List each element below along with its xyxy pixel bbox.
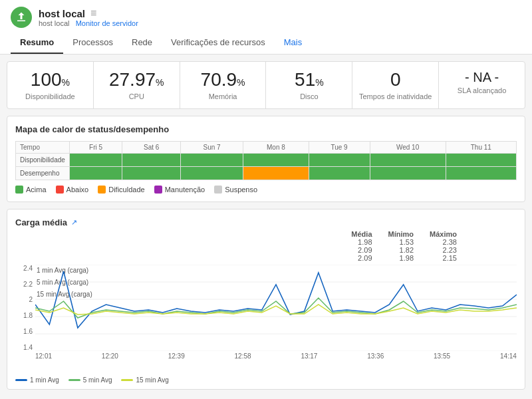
heatmap-row-label-1: Desempenho	[16, 166, 70, 180]
legend-5min: 5 min Avg	[68, 376, 112, 384]
legend-line-15min	[121, 379, 133, 381]
legend-dot-acima	[15, 186, 23, 194]
tab-resumo[interactable]: Resumo	[11, 32, 63, 54]
stat-1min-media: 1.98	[351, 238, 372, 246]
heatmap-cell	[69, 153, 122, 166]
legend-1min: 1 min Avg	[15, 376, 59, 384]
chart-canvas	[35, 265, 517, 351]
header: host local ≡ host local Monitor de servi…	[0, 0, 532, 55]
avatar	[11, 7, 32, 28]
legend-dificuldade: Dificuldade	[98, 186, 144, 194]
tabs: Resumo Processos Rede Verificações de re…	[11, 32, 521, 54]
heatmap-cell	[180, 166, 243, 180]
heatmap-cell	[446, 153, 516, 166]
heatmap-col-header-1: Fri 5	[69, 141, 122, 153]
heatmap-col-header-5: Tue 9	[309, 141, 370, 153]
heatmap-title: Mapa de calor de status/desempenho	[15, 124, 517, 134]
heatmap-cell	[309, 166, 370, 180]
stat-5min-media: 2.09	[351, 246, 372, 254]
heatmap-row-label-0: Disponibilidade	[16, 153, 70, 166]
menu-icon[interactable]: ≡	[90, 7, 96, 19]
col-header-maximo: Máximo	[430, 230, 457, 238]
legend-dot-dificuldade	[98, 186, 106, 194]
stat-memoria: 70.9% Memória	[180, 62, 267, 108]
stat-cpu: 27.97% CPU	[94, 62, 180, 108]
stat-15min-max: 2.15	[430, 254, 457, 262]
chart-section: Carga média ↗ Média 1.98 2.09 2.09 Mínim…	[7, 209, 525, 390]
heatmap-cell	[446, 166, 516, 180]
legend-manutencao: Manutenção	[154, 186, 205, 194]
stat-15min-min: 1.98	[388, 254, 414, 262]
heatmap-cell	[122, 166, 181, 180]
legend-abaixo: Abaixo	[56, 186, 89, 194]
heatmap-col-header-3: Sun 7	[180, 141, 243, 153]
heatmap-col-header-6: Wed 10	[370, 141, 446, 153]
heatmap-col-header-2: Sat 6	[122, 141, 181, 153]
chart-legend: 1 min Avg 5 min Avg 15 min Avg	[15, 376, 517, 384]
stat-sla: - NA - SLA alcançado	[439, 62, 525, 108]
heatmap-cell	[69, 166, 122, 180]
chart-svg	[35, 265, 517, 351]
stat-1min-min: 1.53	[388, 238, 414, 246]
legend-15min: 15 min Avg	[121, 376, 168, 384]
heatmap-cell	[370, 166, 446, 180]
tab-rede[interactable]: Rede	[122, 32, 162, 54]
chart-link-icon[interactable]: ↗	[71, 218, 77, 227]
x-axis: 12:01 12:20 12:39 12:58 13:17 13:36 13:5…	[35, 352, 517, 360]
legend-dot-manutencao	[154, 186, 162, 194]
heatmap-cell	[243, 166, 309, 180]
stat-1min-max: 2.38	[430, 238, 457, 246]
legend-suspenso: Suspenso	[214, 186, 257, 194]
host-info: host local ≡ host local Monitor de servi…	[39, 7, 521, 27]
tab-mais[interactable]: Mais	[275, 32, 311, 54]
upload-icon	[15, 11, 27, 23]
stats-bar: 100% Disponibilidade 27.97% CPU 70.9% Me…	[7, 61, 525, 109]
legend-dot-abaixo	[56, 186, 64, 194]
tab-verificacoes[interactable]: Verificações de recursos	[162, 32, 275, 54]
host-name: host local	[39, 8, 85, 19]
y-axis: 2.4 2.2 2 1.8 1.6 1.4	[15, 265, 35, 351]
stat-inatividade: 0 Tempos de inatividade	[352, 62, 439, 108]
stat-15min-media: 2.09	[351, 254, 372, 262]
heatmap-legend: Acima Abaixo Dificuldade Manutenção Susp…	[15, 186, 517, 194]
legend-line-1min	[15, 379, 27, 381]
col-header-media: Média	[351, 230, 372, 238]
legend-line-5min	[68, 379, 80, 381]
heatmap-section: Mapa de calor de status/desempenho Tempo…	[7, 116, 525, 202]
stat-5min-min: 1.82	[388, 246, 414, 254]
legend-dot-suspenso	[214, 186, 222, 194]
heatmap-cell	[122, 153, 181, 166]
heatmap-cell	[370, 153, 446, 166]
stat-5min-max: 2.23	[430, 246, 457, 254]
heatmap-cell	[309, 153, 370, 166]
host-subtitle: host local Monitor de servidor	[39, 19, 521, 27]
stat-disco: 51% Disco	[266, 62, 352, 108]
chart-title: Carga média	[15, 217, 67, 227]
heatmap-col-header-0: Tempo	[16, 141, 70, 153]
monitor-link[interactable]: Monitor de servidor	[76, 19, 138, 27]
tab-processos[interactable]: Processos	[63, 32, 122, 54]
heatmap-cell	[243, 153, 309, 166]
stat-disponibilidade: 100% Disponibilidade	[7, 62, 94, 108]
col-header-minimo: Mínimo	[388, 230, 414, 238]
heatmap-cell	[180, 153, 243, 166]
heatmap-col-header-7: Thu 11	[446, 141, 516, 153]
heatmap-col-header-4: Mon 8	[243, 141, 309, 153]
legend-acima: Acima	[15, 186, 47, 194]
